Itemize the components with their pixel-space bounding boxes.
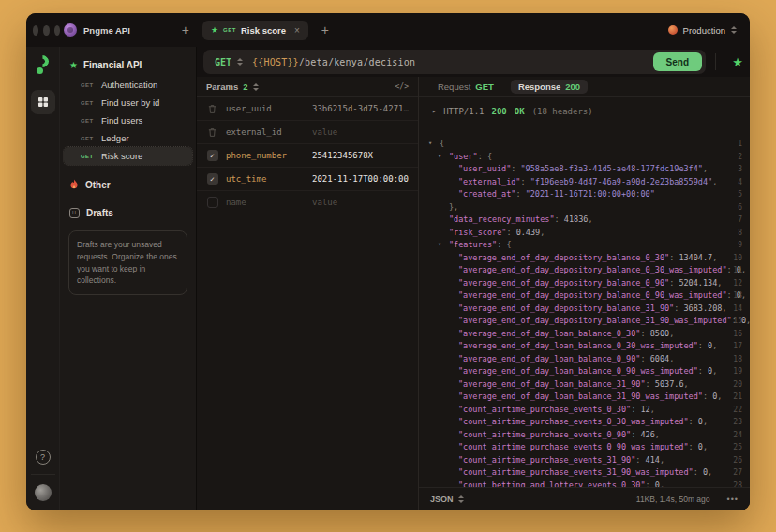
more-options-icon[interactable]: ••• bbox=[727, 495, 739, 504]
request-method-badge: GET bbox=[81, 82, 96, 88]
tab-close-icon[interactable]: × bbox=[294, 25, 300, 36]
collection-icon bbox=[64, 23, 77, 37]
trash-icon[interactable] bbox=[206, 103, 218, 115]
sidebar-item-drafts[interactable]: II Drafts bbox=[60, 204, 196, 221]
response-line: "created_at": "2021-11-16T21:00:00+00:00… bbox=[419, 188, 750, 201]
response-line: "average_end_of_day_depository_balance_3… bbox=[419, 303, 750, 316]
pngme-logo-icon bbox=[34, 54, 52, 77]
param-row[interactable]: ✓ phone_number 25412345678X bbox=[197, 144, 418, 168]
code-view-icon[interactable]: </> bbox=[395, 82, 409, 91]
new-tab-button[interactable]: + bbox=[321, 22, 329, 37]
response-line: "average_end_of_day_loan_balance_31_90":… bbox=[419, 378, 750, 392]
param-row[interactable]: ✓ name value bbox=[197, 191, 418, 214]
status-line[interactable]: ▸ HTTP/1.1 200 OK (18 headers) bbox=[419, 97, 750, 126]
response-line: ▾{1 bbox=[419, 138, 750, 151]
response-line: "count_betting_and_lottery_events_0_30":… bbox=[419, 480, 750, 488]
checkbox-checked-icon[interactable]: ✓ bbox=[206, 173, 218, 185]
response-line: "average_end_of_day_depository_balance_0… bbox=[419, 264, 750, 277]
apps-grid-icon[interactable] bbox=[31, 90, 55, 114]
param-name-field[interactable]: user_uuid bbox=[226, 104, 305, 113]
param-name-field[interactable]: name bbox=[226, 198, 305, 207]
environment-selector[interactable]: Production bbox=[668, 25, 737, 36]
param-value-field[interactable]: 25412345678X bbox=[312, 151, 409, 160]
param-row[interactable]: ✓ user_uuid 33b6215d-3d75-4271… bbox=[197, 97, 418, 121]
help-icon[interactable]: ? bbox=[36, 450, 51, 465]
checkbox-unchecked-icon[interactable] bbox=[206, 197, 218, 209]
format-selector[interactable]: JSON bbox=[430, 495, 454, 504]
params-chevron-icon[interactable] bbox=[253, 83, 259, 91]
response-footer: JSON 11KB, 1.4s, 50m ago ••• bbox=[419, 487, 750, 510]
favorite-star-icon[interactable]: ★ bbox=[725, 55, 750, 69]
collection-name[interactable]: Pngme API bbox=[83, 25, 175, 36]
line-number: 21 bbox=[733, 391, 742, 404]
fold-caret-icon[interactable]: ▾ bbox=[438, 239, 441, 252]
response-tabs: Request GET Response 200 bbox=[419, 77, 750, 97]
environment-name: Production bbox=[683, 25, 725, 36]
param-name-field[interactable]: phone_number bbox=[226, 151, 305, 160]
checkbox-checked-icon[interactable]: ✓ bbox=[206, 150, 218, 162]
line-number: 5 bbox=[738, 188, 742, 201]
line-number: 9 bbox=[738, 239, 742, 252]
tab-request-badge: GET bbox=[475, 81, 494, 92]
url-host-variable: {{HOST}} bbox=[252, 57, 299, 67]
response-line: "user_uuid": "958a5ae8-f3a3-41d5-ae48-17… bbox=[419, 163, 750, 176]
method-chevron-icon[interactable] bbox=[237, 58, 243, 66]
add-request-button[interactable]: + bbox=[182, 23, 189, 37]
user-avatar[interactable] bbox=[35, 484, 52, 501]
response-line: "average_end_of_day_depository_balance_3… bbox=[419, 315, 750, 328]
method-selector[interactable]: GET bbox=[215, 57, 231, 67]
window-close-button[interactable] bbox=[33, 25, 38, 36]
line-number: 20 bbox=[733, 378, 742, 392]
url-input[interactable]: {{HOST}}/beta/kenya/decision bbox=[252, 57, 415, 67]
param-name-field[interactable]: external_id bbox=[226, 127, 305, 137]
format-chevron-icon[interactable] bbox=[458, 495, 464, 503]
response-panel: Request GET Response 200 ▸ HTTP/1.1 200 … bbox=[419, 77, 750, 510]
tab-response[interactable]: Response 200 bbox=[511, 80, 588, 94]
line-number: 26 bbox=[733, 454, 742, 467]
response-line: "external_id": "f196eeb9-4d47-46a9-a90d-… bbox=[419, 176, 750, 189]
request-label: Find users bbox=[101, 115, 142, 126]
workspace-star-icon: ★ bbox=[69, 60, 78, 70]
sidebar-request-item[interactable]: GET Ledger bbox=[64, 129, 192, 147]
param-name-field[interactable]: utc_time bbox=[226, 174, 305, 184]
param-value-field[interactable]: 33b6215d-3d75-4271… bbox=[312, 104, 409, 113]
param-row[interactable]: ✓ utc_time 2021-11-17T00:00:00 bbox=[197, 168, 418, 191]
line-number: 28 bbox=[733, 480, 742, 488]
window-controls[interactable] bbox=[26, 25, 60, 36]
response-line: "count_airtime_purchase_events_0_30": 12… bbox=[419, 404, 750, 417]
sidebar-item-other[interactable]: Other bbox=[60, 176, 196, 193]
fold-caret-icon[interactable]: ▾ bbox=[428, 138, 432, 151]
tab-strip: ★ GET Risk score × + Production bbox=[197, 21, 750, 40]
window-minimize-button[interactable] bbox=[43, 25, 49, 36]
param-value-field[interactable]: 2021-11-17T00:00:00 bbox=[312, 174, 409, 184]
sidebar-request-item[interactable]: GET Authentication bbox=[64, 76, 192, 94]
sidebar-item-other-label: Other bbox=[85, 180, 111, 190]
sidebar-request-item[interactable]: GET Risk score bbox=[64, 147, 192, 165]
line-number: 12 bbox=[733, 277, 742, 290]
sidebar-request-item[interactable]: GET Find users bbox=[64, 111, 192, 129]
response-line: "count_airtime_purchase_events_31_90": 4… bbox=[419, 454, 750, 467]
param-row[interactable]: ✓ external_id value bbox=[197, 121, 418, 144]
sidebar: ★ Financial API GET Authentication GET F… bbox=[60, 47, 197, 510]
tab-request-label: Request bbox=[438, 81, 470, 92]
response-line: "data_recency_minutes": 41836,7 bbox=[419, 214, 750, 227]
workspace-row[interactable]: ★ Financial API bbox=[60, 58, 196, 76]
fold-caret-icon[interactable]: ▾ bbox=[438, 151, 441, 164]
collapse-caret-icon[interactable]: ▸ bbox=[432, 108, 436, 115]
line-number: 2 bbox=[738, 151, 742, 164]
trash-icon[interactable] bbox=[206, 126, 218, 139]
tab-risk-score[interactable]: ★ GET Risk score × bbox=[202, 21, 308, 40]
response-line: "average_end_of_day_loan_balance_31_90_w… bbox=[419, 391, 750, 404]
tab-request[interactable]: Request GET bbox=[430, 80, 501, 94]
request-bar: GET {{HOST}}/beta/kenya/decision Send ★ bbox=[197, 47, 750, 77]
param-value-field[interactable]: value bbox=[312, 127, 409, 137]
environment-icon bbox=[668, 25, 678, 35]
params-rows: ✓ user_uuid 33b6215d-3d75-4271… ✓ extern… bbox=[197, 97, 418, 214]
send-button[interactable]: Send bbox=[653, 52, 702, 71]
response-line: "count_airtime_purchase_events_0_90_was_… bbox=[419, 441, 750, 454]
sidebar-request-item[interactable]: GET Find user by id bbox=[64, 94, 192, 111]
line-number: 8 bbox=[738, 227, 742, 240]
param-value-field[interactable]: value bbox=[312, 198, 409, 207]
line-number: 18 bbox=[733, 353, 742, 366]
response-body[interactable]: ▾{1▾"user": {2"user_uuid": "958a5ae8-f3a… bbox=[419, 126, 750, 487]
